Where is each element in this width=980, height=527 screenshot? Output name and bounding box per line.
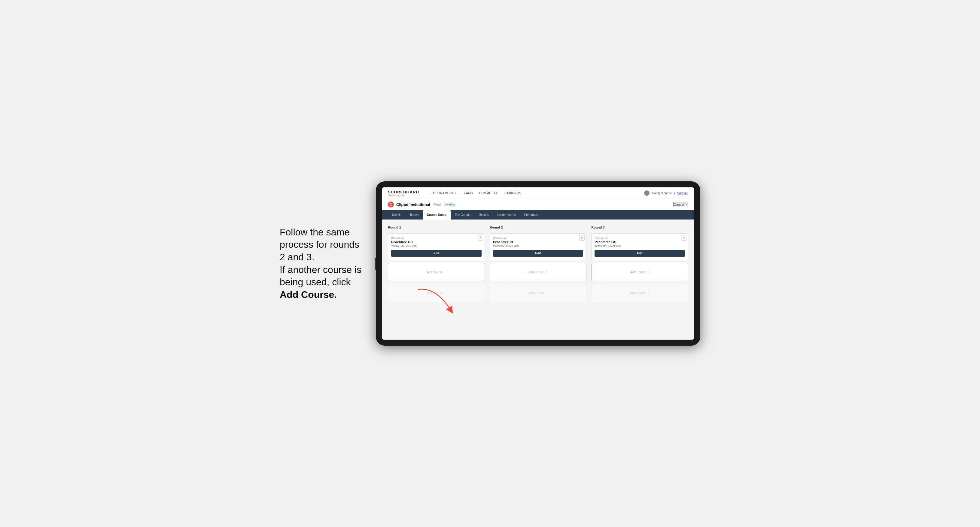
tab-teams[interactable]: Teams (406, 210, 423, 219)
round-2-delete-button[interactable]: ✕ (579, 235, 585, 241)
round-1-delete-button[interactable]: ✕ (478, 235, 483, 241)
round-2-column: Round 2 (Course A) Peachtree GC Yellow (… (490, 225, 587, 302)
add-course-plus-1: + (444, 270, 446, 274)
user-email: blair@clippd.io (652, 192, 672, 195)
round-3-course-card: (Course A) Peachtree GC Yellow (M) (6629… (591, 233, 688, 260)
round-2-title: Round 2 (490, 225, 587, 229)
round-2-edit-button[interactable]: Edit (493, 250, 584, 257)
tab-details[interactable]: Details (388, 210, 406, 219)
round-3-add-course-2: Add Course + (591, 284, 688, 302)
nav-tournaments[interactable]: TOURNAMENTS (431, 192, 456, 195)
round-3-title: Round 3 (591, 225, 688, 229)
add-course-plus-5: + (648, 270, 649, 274)
nav-committee[interactable]: COMMITTEE (479, 192, 498, 195)
round-2-course-details: Yellow (M) (6629 yds) (493, 244, 584, 248)
secondary-nav: Details Teams Course Setup Tee Groups Re… (382, 210, 694, 219)
add-course-plus-4: + (546, 291, 548, 295)
scoreboard-logo: SCOREBOARD Powered by clippd (388, 190, 419, 196)
round-1-edit-button[interactable]: Edit (391, 250, 482, 257)
rounds-grid: Round 1 (Course A) Peachtree GC Yellow (… (388, 225, 688, 302)
logo-sub-text: Powered by clippd (388, 194, 419, 196)
page-wrapper: Follow the same process for rounds 2 and… (280, 181, 700, 346)
tab-course-setup[interactable]: Course Setup (423, 210, 451, 219)
round-3-course-card-wrapper: (Course A) Peachtree GC Yellow (M) (6629… (591, 233, 688, 260)
tournament-header: C Clippd Invitational (Men) Hosting Canc… (382, 199, 694, 210)
round-3-add-course-text-1: Add Course + (630, 270, 649, 274)
hosting-badge: Hosting (444, 202, 457, 206)
instruction-panel: Follow the same process for rounds 2 and… (280, 226, 364, 301)
round-3-delete-button[interactable]: ✕ (681, 235, 686, 241)
tab-printables[interactable]: Printables (520, 210, 542, 219)
tab-tee-groups[interactable]: Tee Groups (451, 210, 475, 219)
round-3-course-label: (Course A) (595, 237, 685, 240)
main-content: Round 1 (Course A) Peachtree GC Yellow (… (382, 219, 694, 340)
tournament-gender: (Men) (433, 203, 441, 206)
instruction-text: Follow the same process for rounds 2 and… (280, 227, 361, 300)
round-2-add-course-2: Add Course + (490, 284, 587, 302)
round-3-column: Round 3 (Course A) Peachtree GC Yellow (… (591, 225, 688, 302)
round-2-course-card-wrapper: (Course A) Peachtree GC Yellow (M) (6629… (490, 233, 587, 260)
round-2-course-card: (Course A) Peachtree GC Yellow (M) (6629… (490, 233, 587, 260)
clippd-icon: C (388, 202, 394, 208)
tournament-title-row: C Clippd Invitational (Men) Hosting (388, 202, 457, 208)
tablet-device: SCOREBOARD Powered by clippd TOURNAMENTS… (376, 181, 700, 346)
top-nav-links: TOURNAMENTS TEAMS COMMITTEE RANKINGS (431, 192, 637, 195)
nav-teams[interactable]: TEAMS (462, 192, 473, 195)
round-2-course-name: Peachtree GC (493, 240, 584, 244)
round-1-column: Round 1 (Course A) Peachtree GC Yellow (… (388, 225, 485, 302)
round-1-course-details: Yellow (M) (6629 yds) (391, 244, 482, 248)
add-course-plus-3: + (546, 270, 548, 274)
round-3-add-course-1[interactable]: Add Course + (591, 263, 688, 281)
round-2-add-course-1[interactable]: Add Course + (490, 263, 587, 281)
add-course-plus-6: + (648, 291, 649, 295)
round-1-course-label: (Course A) (391, 237, 482, 240)
round-3-edit-button[interactable]: Edit (595, 250, 685, 257)
round-1-course-card: (Course A) Peachtree GC Yellow (M) (6629… (388, 233, 485, 260)
top-nav-right: blair@clippd.io | Sign out (644, 190, 688, 196)
round-1-course-name: Peachtree GC (391, 240, 482, 244)
round-1-add-course-2: Add Course + (388, 284, 485, 302)
round-1-title: Round 1 (388, 225, 485, 229)
round-1-course-card-wrapper: (Course A) Peachtree GC Yellow (M) (6629… (388, 233, 485, 260)
tab-leaderboards[interactable]: Leaderboards (493, 210, 520, 219)
nav-divider: | (674, 192, 675, 195)
tournament-name: Clippd Invitational (396, 202, 430, 207)
round-1-add-course-text-1: Add Course + (426, 270, 446, 274)
round-2-course-label: (Course A) (493, 237, 584, 240)
cancel-button[interactable]: Cancel ✕ (673, 202, 688, 207)
round-1-add-course-text-2: Add Course + (426, 291, 446, 295)
round-3-add-course-text-2: Add Course + (630, 291, 649, 295)
round-1-add-course-1[interactable]: Add Course + (388, 263, 485, 281)
round-2-add-course-text-2: Add Course + (528, 291, 548, 295)
tablet-screen: SCOREBOARD Powered by clippd TOURNAMENTS… (382, 187, 694, 340)
sign-out-link[interactable]: Sign out (677, 192, 688, 195)
round-3-course-details: Yellow (M) (6629 yds) (595, 244, 685, 248)
nav-rankings[interactable]: RANKINGS (504, 192, 521, 195)
logo-main-text: SCOREBOARD (388, 190, 419, 194)
tablet-side-button (375, 258, 376, 270)
user-avatar (644, 190, 649, 196)
tab-results[interactable]: Results (475, 210, 493, 219)
top-nav: SCOREBOARD Powered by clippd TOURNAMENTS… (382, 187, 694, 199)
round-2-add-course-text-1: Add Course + (528, 270, 548, 274)
instruction-bold: Add Course. (280, 289, 337, 300)
add-course-plus-2: + (444, 291, 446, 295)
round-3-course-name: Peachtree GC (595, 240, 685, 244)
